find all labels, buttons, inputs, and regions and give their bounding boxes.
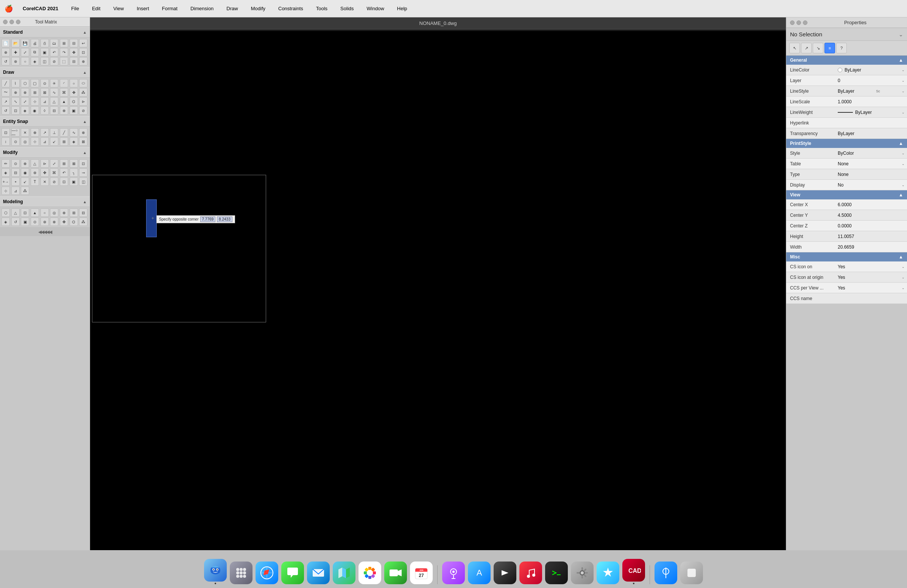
menu-draw[interactable]: Draw xyxy=(223,4,241,13)
model-pyramid[interactable]: △ xyxy=(11,208,20,217)
draw-ellipse[interactable]: ⬭ xyxy=(79,79,87,88)
props-btn-help[interactable]: ? xyxy=(836,43,847,53)
model-3d5[interactable]: ⌬ xyxy=(70,217,78,226)
apple-menu-icon[interactable]: 🍎 xyxy=(5,5,13,13)
draw-hatch[interactable]: ⚹ xyxy=(50,79,58,88)
tool-r6[interactable]: ⊘ xyxy=(50,57,58,66)
section-misc-header[interactable]: Misc ▲ xyxy=(786,252,907,262)
mod-m4[interactable]: ⊳ xyxy=(40,159,49,168)
snap-a9[interactable]: ⊠ xyxy=(79,137,87,146)
tool-undo-step[interactable]: ↩ xyxy=(79,39,87,47)
dock-generic[interactable] xyxy=(680,561,703,584)
tool-scale[interactable]: ⤢ xyxy=(21,48,29,56)
mod-erase[interactable]: ✏ xyxy=(2,159,10,168)
mod-q3[interactable]: ◫ xyxy=(79,177,87,186)
draw-d4[interactable]: ⊠ xyxy=(40,88,49,96)
mod-o3[interactable]: ⊸ xyxy=(79,168,87,177)
display-dropdown[interactable]: ⌄ xyxy=(902,183,905,187)
mod-o1[interactable]: ↶ xyxy=(60,168,68,177)
tool-r8[interactable]: ⊟ xyxy=(70,57,78,66)
draw-d8[interactable]: ⁂ xyxy=(79,88,87,96)
props-btn-3[interactable]: ↘ xyxy=(813,43,823,53)
dock-appstore[interactable]: A xyxy=(468,561,490,584)
mod-n9[interactable]: ⌘ xyxy=(50,168,58,177)
prop-cs-icon-at-origin-value[interactable]: Yes ⌄ xyxy=(835,273,907,281)
mod-p2[interactable]: ⚬ xyxy=(11,177,20,186)
mod-p3[interactable]: ↙ xyxy=(21,177,29,186)
model-sphere[interactable]: ○ xyxy=(40,208,49,217)
props-min-btn[interactable] xyxy=(796,21,801,25)
mod-q5[interactable]: ⊿ xyxy=(11,187,20,195)
dock-music[interactable] xyxy=(519,561,542,584)
mod-n7[interactable]: ⊛ xyxy=(30,168,39,177)
model-3d6[interactable]: ⁂ xyxy=(79,217,87,226)
draw-d6[interactable]: ⌘ xyxy=(60,88,68,96)
draw-f7[interactable]: ⊕ xyxy=(60,106,68,115)
menu-modify[interactable]: Modify xyxy=(248,4,268,13)
snap-a6[interactable]: ↙ xyxy=(50,137,58,146)
prop-linecolor-value[interactable]: ByLayer ⌄ xyxy=(835,66,907,74)
menu-format[interactable]: Format xyxy=(159,4,181,13)
tool-s3[interactable]: ✤ xyxy=(70,48,78,56)
draw-node[interactable]: ⊙ xyxy=(40,79,49,88)
mod-m3[interactable]: △ xyxy=(30,159,39,168)
section-modify[interactable]: Modify ▲ xyxy=(0,147,90,158)
mod-q6[interactable]: ⁂ xyxy=(21,187,29,195)
model-revolve[interactable]: ↺ xyxy=(11,217,20,226)
linestyle-dropdown[interactable]: ⌄ xyxy=(902,89,905,93)
draw-e7[interactable]: ▲ xyxy=(60,97,68,105)
prop-lineweight-value[interactable]: ByLayer ⌄ xyxy=(835,108,907,117)
menu-solids[interactable]: Solids xyxy=(337,4,357,13)
menu-dimension[interactable]: Dimension xyxy=(187,4,216,13)
section-general-header[interactable]: General ▲ xyxy=(786,56,907,65)
model-extrude[interactable]: ⊕ xyxy=(60,208,68,217)
draw-e5[interactable]: ⊿ xyxy=(40,97,49,105)
mod-p4[interactable]: T xyxy=(30,177,39,186)
tool-r7[interactable]: ⬚ xyxy=(60,57,68,66)
cs-icon-on-dropdown[interactable]: ⌄ xyxy=(902,265,905,268)
dock-messages[interactable] xyxy=(281,561,304,584)
mod-q2[interactable]: ▣ xyxy=(70,177,78,186)
model-sweep[interactable]: ◈ xyxy=(2,217,10,226)
model-3d2[interactable]: ⊛ xyxy=(40,217,49,226)
props-btn-1[interactable]: ↖ xyxy=(789,43,800,53)
menu-constraints[interactable]: Constraints xyxy=(275,4,306,13)
mod-m5[interactable]: ⤢ xyxy=(50,159,58,168)
mod-p1[interactable]: +→ xyxy=(2,177,10,186)
dock-launchpad2[interactable] xyxy=(596,561,619,584)
props-btn-list[interactable]: ≡ xyxy=(824,43,835,53)
tool-new[interactable]: 📄 xyxy=(2,39,10,47)
tool-r9[interactable]: ⊕ xyxy=(79,57,87,66)
model-box[interactable]: ⬡ xyxy=(2,208,10,217)
table-dropdown[interactable]: ⌄ xyxy=(902,162,905,166)
props-btn-2[interactable]: ↗ xyxy=(801,43,812,53)
model-loft[interactable]: ⊟ xyxy=(79,208,87,217)
tool-r1[interactable]: ↺ xyxy=(2,57,10,66)
cs-icon-at-origin-dropdown[interactable]: ⌄ xyxy=(902,275,905,279)
dock-corelcad[interactable]: CAD xyxy=(622,559,645,584)
draw-circle[interactable]: ○ xyxy=(70,79,78,88)
menu-help[interactable]: Help xyxy=(394,4,410,13)
selection-dropdown-arrow[interactable]: ⌄ xyxy=(899,31,903,37)
dock-launchpad[interactable] xyxy=(230,561,253,584)
draw-f5[interactable]: ◊ xyxy=(40,106,49,115)
mod-n3[interactable]: ⊡ xyxy=(79,159,87,168)
menu-edit[interactable]: Edit xyxy=(89,4,103,13)
prop-style-value[interactable]: ByColor ⌄ xyxy=(835,149,907,157)
model-3d4[interactable]: ✤ xyxy=(60,217,68,226)
tool-r3[interactable]: ○ xyxy=(21,57,29,66)
lineweight-dropdown[interactable]: ⌄ xyxy=(902,110,905,114)
prop-cs-icon-on-value[interactable]: Yes ⌄ xyxy=(835,263,907,271)
mod-o2[interactable]: ╮ xyxy=(70,168,78,177)
prop-table-value[interactable]: None ⌄ xyxy=(835,160,907,168)
model-cylinder[interactable]: ⊡ xyxy=(21,208,29,217)
menu-tools[interactable]: Tools xyxy=(313,4,330,13)
section-standard[interactable]: Standard ▲ xyxy=(0,27,90,37)
props-max-btn[interactable] xyxy=(803,21,808,25)
section-printstyle-header[interactable]: PrintStyle ▲ xyxy=(786,139,907,148)
draw-d1[interactable]: ⊕ xyxy=(11,88,20,96)
mod-n2[interactable]: ⊠ xyxy=(70,159,78,168)
dock-mail[interactable] xyxy=(307,561,330,584)
minimize-button[interactable] xyxy=(10,20,14,24)
dock-finder[interactable] xyxy=(204,559,227,584)
